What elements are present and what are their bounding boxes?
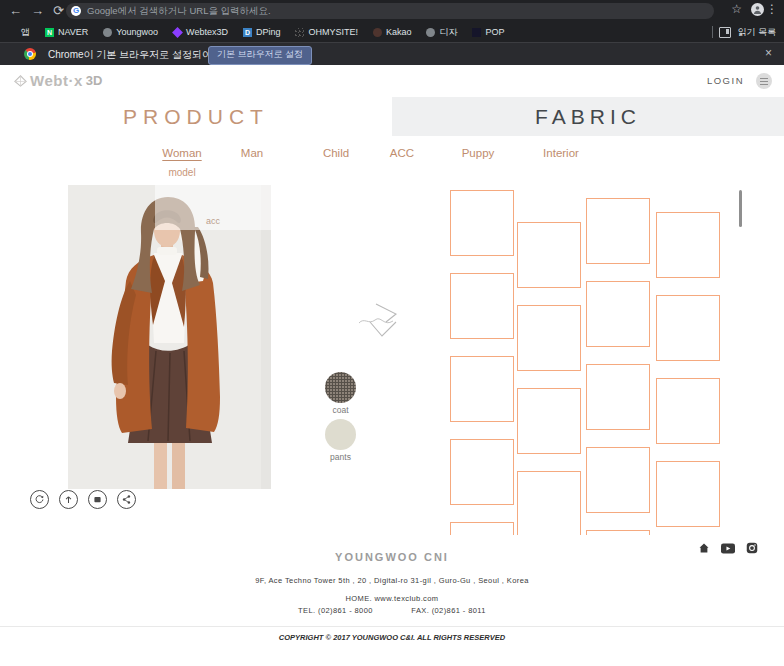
upload-icon <box>63 491 74 509</box>
reading-list-button[interactable]: 읽기 목록 <box>737 26 776 39</box>
side-panel-icon[interactable] <box>719 27 731 38</box>
bookmark-label: NAVER <box>58 27 88 37</box>
fabric-swatch[interactable] <box>656 378 720 444</box>
bookmark-item[interactable]: Webtex3D <box>173 27 228 37</box>
bookmark-label: Youngwoo <box>116 27 158 37</box>
dping-icon: D <box>243 28 252 37</box>
globe-icon <box>426 28 435 37</box>
fabric-scrollbar[interactable] <box>739 190 742 227</box>
login-button[interactable]: LOGIN <box>707 75 744 86</box>
site-logo[interactable]: Webt·x 3D <box>13 72 102 89</box>
main-tabs: PRODUCT FABRIC <box>0 97 784 136</box>
fabric-swatch[interactable] <box>517 222 581 288</box>
fabric-swatch[interactable] <box>450 190 514 256</box>
bookmark-item[interactable]: 디자 <box>426 26 457 39</box>
fabric-swatch[interactable] <box>586 198 650 264</box>
save-button[interactable] <box>88 490 107 509</box>
copyright: COPYRIGHT © 2017 YOUNGWOO C&I. ALL RIGHT… <box>0 633 784 642</box>
bookmark-item[interactable]: DDPing <box>243 27 281 37</box>
share-icon <box>121 491 132 509</box>
bookmark-item[interactable]: 앱 <box>8 26 30 39</box>
profile-avatar[interactable] <box>751 3 764 16</box>
default-browser-infobar: Chrome이 기본 브라우저로 설정되어 있지 않습니다 기본 브라우저로 설… <box>0 42 784 66</box>
bookmark-item[interactable]: POP <box>472 27 504 37</box>
set-default-browser-button[interactable]: 기본 브라우저로 설정 <box>208 46 312 65</box>
selected-swatches: coatpants <box>318 372 363 466</box>
fabric-swatch[interactable] <box>656 461 720 527</box>
share-button[interactable] <box>117 490 136 509</box>
fabric-swatch[interactable] <box>450 356 514 422</box>
upload-button[interactable] <box>59 490 78 509</box>
company-homepage: HOME. www.texclub.com <box>0 594 784 603</box>
footer: YOUNGWOO CNI 9F, Ace Techno Tower 5th , … <box>0 535 784 666</box>
bookmark-label: 앱 <box>21 26 30 39</box>
address-bar[interactable]: G Google에서 검색하거나 URL을 입력하세요. <box>66 3 714 19</box>
fabric-swatch[interactable] <box>656 212 720 278</box>
bookmark-item[interactable]: OHMYSITE! <box>295 27 358 37</box>
nav-subitem-model[interactable]: model <box>142 167 222 178</box>
bookmark-label: Webtex3D <box>186 27 228 37</box>
nav-item-man[interactable]: Man <box>212 147 292 161</box>
swatch-coat: coat <box>318 372 363 415</box>
browser-window: ← → ⟳ G Google에서 검색하거나 URL을 입력하세요. ☆ ⋮ 앱… <box>0 0 784 666</box>
rotate-icon <box>34 491 45 509</box>
chrome-icon <box>24 48 36 60</box>
tab-fabric[interactable]: FABRIC <box>392 97 784 136</box>
logo-text: Webt·x <box>30 72 83 89</box>
rotate-button[interactable] <box>30 490 49 509</box>
pop-icon <box>472 28 481 37</box>
bookmark-item[interactable]: Kakao <box>373 27 412 37</box>
company-address: 9F, Ace Techno Tower 5th , 20 , Digital-… <box>0 576 784 585</box>
checker-icon <box>295 28 304 37</box>
apps-grid-icon <box>8 28 17 37</box>
ghost-dropdown: acc <box>155 185 271 230</box>
forward-icon[interactable]: → <box>31 2 44 20</box>
close-infobar-icon[interactable]: × <box>765 46 772 60</box>
swatch-circle-coat[interactable] <box>325 372 356 403</box>
bookmark-star-icon[interactable]: ☆ <box>731 2 742 16</box>
model-viewer[interactable]: acc <box>68 185 271 489</box>
nav-item-woman[interactable]: Woman <box>142 147 222 161</box>
fabric-swatch[interactable] <box>450 439 514 505</box>
company-name: YOUNGWOO CNI <box>0 551 784 563</box>
company-tel: TEL. (02)861 - 8000 <box>298 606 373 615</box>
chrome-menu-icon[interactable]: ⋮ <box>766 2 778 16</box>
fabric-swatch-grid <box>443 185 755 535</box>
bookmark-item[interactable]: NNAVER <box>45 27 88 37</box>
fabric-swatch[interactable] <box>450 522 514 535</box>
nav-item-puppy[interactable]: Puppy <box>438 147 518 161</box>
kakao-icon <box>373 28 382 37</box>
tab-product[interactable]: PRODUCT <box>0 97 392 136</box>
swatch-label: pants <box>318 452 363 462</box>
swatch-circle-pants[interactable] <box>325 419 356 450</box>
bookmark-label: DPing <box>256 27 281 37</box>
fabric-swatch[interactable] <box>450 273 514 339</box>
bookmark-label: POP <box>485 27 504 37</box>
fabric-swatch[interactable] <box>586 364 650 430</box>
fabric-swatch[interactable] <box>586 447 650 513</box>
fabric-swatch[interactable] <box>586 281 650 347</box>
swatch-pants: pants <box>318 419 363 462</box>
hamburger-menu-icon[interactable] <box>756 73 772 89</box>
bookmark-item[interactable]: Youngwoo <box>103 27 158 37</box>
viewer-actions <box>30 490 136 509</box>
fabric-swatch[interactable] <box>517 471 581 535</box>
fabric-swatch[interactable] <box>517 388 581 454</box>
webtex-3d-mark-icon <box>356 300 402 348</box>
fabric-swatch[interactable] <box>517 305 581 371</box>
google-icon: G <box>71 6 81 16</box>
bookmark-label: 디자 <box>439 26 457 39</box>
bookmark-label: OHMYSITE! <box>308 27 358 37</box>
nav-item-interior[interactable]: Interior <box>521 147 601 161</box>
site-header: Webt·x 3D LOGIN <box>0 65 784 97</box>
back-icon[interactable]: ← <box>9 2 22 20</box>
fabric-swatch[interactable] <box>656 295 720 361</box>
nav-item-acc[interactable]: ACC <box>362 147 442 161</box>
ghost-menu-item: acc <box>155 216 271 226</box>
diamond-icon <box>172 27 183 38</box>
logo-mark-icon <box>13 74 28 88</box>
company-contacts: TEL. (02)861 - 8000 FAX. (02)861 - 8011 <box>0 606 784 615</box>
browser-toolbar: ← → ⟳ G Google에서 검색하거나 URL을 입력하세요. ☆ ⋮ <box>0 0 784 22</box>
logo-3d-text: 3D <box>86 73 103 88</box>
reload-icon[interactable]: ⟳ <box>53 2 64 20</box>
